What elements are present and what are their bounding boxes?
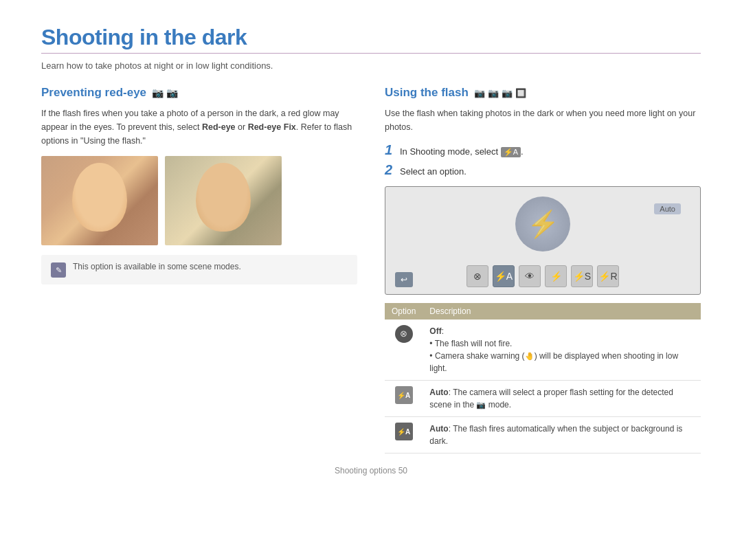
section-icons: 📷 📷 bbox=[152, 87, 178, 98]
back-button[interactable]: ↩ bbox=[395, 272, 413, 287]
off-desc-2: • Camera shake warning (🤚) will be displ… bbox=[429, 351, 678, 373]
icon-btn-flash[interactable]: ⚡ bbox=[545, 265, 567, 287]
face-overlay-1 bbox=[72, 163, 127, 232]
ui-screenshot-box: Auto ⊗ ⚡A 👁 ⚡ ⚡S ⚡R ↩ bbox=[385, 186, 701, 295]
icon-btn-redeye[interactable]: ⚡R bbox=[597, 265, 619, 287]
table-row-off: ⊗ Off: • The flash will not fire. • Came… bbox=[385, 320, 701, 381]
flash-select-icon: ⚡A bbox=[501, 147, 521, 157]
table-row-auto-flash: ⚡A Auto: The flash fires automatically w… bbox=[385, 417, 701, 453]
right-column: Using the flash 📷 📷 📷 🔲 Use the flash wh… bbox=[385, 86, 701, 453]
smart-mode-icon: 📷 bbox=[476, 401, 486, 409]
right-section-body: Use the flash when taking photos in the … bbox=[385, 107, 701, 134]
table-header-option: Option bbox=[385, 303, 423, 320]
table-row-auto-smart: ⚡A Auto: The camera will select a proper… bbox=[385, 381, 701, 417]
title-divider bbox=[41, 53, 701, 54]
auto-smart-description: Auto: The camera will select a proper fl… bbox=[423, 381, 701, 417]
bold-red-eye-fix: Red-eye Fix bbox=[248, 122, 296, 132]
step-2-text: Select an option. bbox=[400, 166, 466, 177]
note-text: This option is available in some scene m… bbox=[73, 262, 241, 271]
icon-option-row: ⊗ ⚡A 👁 ⚡ ⚡S ⚡R bbox=[466, 265, 619, 287]
two-column-layout: Preventing red-eye 📷 📷 If the flash fire… bbox=[41, 86, 701, 453]
flash-icon-4: 🔲 bbox=[515, 88, 526, 98]
footer: Shooting options 50 bbox=[41, 466, 701, 475]
left-column: Preventing red-eye 📷 📷 If the flash fire… bbox=[41, 86, 357, 453]
off-title: Off bbox=[429, 326, 441, 336]
icon-btn-slow[interactable]: ⚡S bbox=[571, 265, 593, 287]
left-section-body: If the flash fires when you take a photo… bbox=[41, 107, 357, 148]
flash-big-circle-icon bbox=[515, 197, 570, 251]
ui-main-area: Auto bbox=[395, 197, 690, 257]
camera-icon-2: 📷 bbox=[166, 87, 178, 98]
step-2: 2 Select an option. bbox=[385, 162, 701, 178]
ui-box-inner: Auto ⊗ ⚡A 👁 ⚡ ⚡S ⚡R bbox=[395, 197, 690, 287]
icon-btn-eye[interactable]: 👁 bbox=[519, 265, 541, 287]
options-table: Option Description ⊗ Off: • The flash wi… bbox=[385, 303, 701, 453]
icon-btn-off[interactable]: ⊗ bbox=[466, 265, 488, 287]
photo-before bbox=[41, 156, 158, 245]
auto-flash-icon: ⚡A bbox=[395, 423, 413, 440]
body-text-2: or bbox=[236, 122, 248, 132]
auto-flash-title: Auto bbox=[429, 424, 448, 434]
table-header-desc: Description bbox=[423, 303, 701, 320]
section-title-red-eye: Preventing red-eye 📷 📷 bbox=[41, 86, 357, 100]
flash-icon-3: 📷 bbox=[502, 88, 513, 98]
auto-flash-description: Auto: The flash fires automatically when… bbox=[423, 417, 701, 453]
flash-icon-1: 📷 bbox=[474, 88, 485, 98]
note-box: ✎ This option is available in some scene… bbox=[41, 255, 357, 284]
off-desc-1: • The flash will not fire. bbox=[429, 339, 512, 348]
section-title-text: Preventing red-eye bbox=[41, 86, 146, 100]
camera-icon-1: 📷 bbox=[152, 87, 164, 98]
note-icon: ✎ bbox=[51, 262, 66, 278]
page-container: Shooting in the dark Learn how to take p… bbox=[0, 0, 742, 496]
auto-smart-title: Auto bbox=[429, 388, 448, 397]
icon-btn-auto-flash[interactable]: ⚡A bbox=[493, 265, 515, 287]
off-icon: ⊗ bbox=[395, 325, 413, 343]
shake-icon: 🤚 bbox=[525, 352, 535, 360]
steps-container: 1 In Shooting mode, select ⚡A. 2 Select … bbox=[385, 142, 701, 178]
section-title-flash: Using the flash 📷 📷 📷 🔲 bbox=[385, 86, 701, 100]
flash-icon-2: 📷 bbox=[488, 88, 499, 98]
face-overlay-2 bbox=[196, 163, 251, 232]
step-1-text: In Shooting mode, select ⚡A. bbox=[400, 146, 524, 157]
page-subtitle: Learn how to take photos at night or in … bbox=[41, 60, 701, 71]
off-description: Off: • The flash will not fire. • Camera… bbox=[423, 320, 701, 381]
auto-smart-icon: ⚡A bbox=[395, 386, 413, 404]
step-1: 1 In Shooting mode, select ⚡A. bbox=[385, 142, 701, 158]
page-title: Shooting in the dark bbox=[41, 25, 701, 50]
bold-red-eye: Red-eye bbox=[202, 122, 236, 132]
auto-label: Auto bbox=[654, 203, 681, 214]
photos-row bbox=[41, 156, 357, 245]
photo-after bbox=[165, 156, 282, 245]
flash-section-icons: 📷 📷 📷 🔲 bbox=[474, 88, 526, 98]
section-title-flash-text: Using the flash bbox=[385, 86, 469, 100]
